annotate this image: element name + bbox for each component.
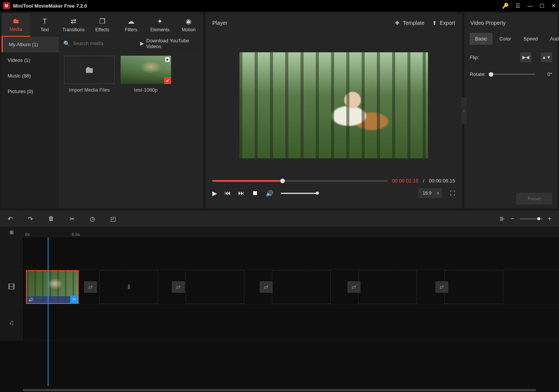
clip-split-icon[interactable]: ✂ — [70, 295, 78, 303]
prev-frame-button[interactable]: ⏮ — [225, 190, 231, 197]
license-key-icon[interactable]: 🔑 — [502, 3, 509, 9]
media-clip-thumbnail[interactable]: ■ ✔ — [121, 56, 171, 84]
sidebar-item-pictures[interactable]: Pictures (0) — [2, 84, 59, 99]
delete-button[interactable]: 🗑 — [48, 215, 54, 222]
media-clip-label: test-1080p — [134, 87, 157, 93]
time-separator: / — [423, 178, 425, 184]
flip-vertical-button[interactable]: ▲▼ — [541, 52, 552, 62]
video-track[interactable]: 🎞 🔊 ✂ ⇄ ⬇ ⇄ ⇄ ⇄ ⇄ — [0, 269, 559, 305]
prop-tab-basic[interactable]: Basic — [470, 33, 493, 45]
add-track-button[interactable]: ⊞ — [0, 229, 23, 235]
folder-icon: 🖿 — [13, 17, 19, 25]
audio-track[interactable]: ♫ — [0, 305, 559, 340]
reset-button[interactable]: Reset — [516, 193, 552, 205]
menu-icon[interactable]: ☰ — [515, 3, 520, 9]
close-icon[interactable]: ✕ — [551, 3, 556, 9]
fullscreen-button[interactable]: ⛶ — [450, 190, 455, 196]
tab-effects-label: Effects — [95, 27, 109, 32]
zoom-slider[interactable] — [520, 218, 543, 219]
search-icon: 🔍 — [63, 40, 70, 47]
download-youtube-label: Download YouTube Videos — [146, 38, 199, 49]
import-media-button[interactable]: 🖿 — [64, 56, 115, 84]
empty-clip-slot[interactable] — [444, 270, 503, 304]
tab-effects[interactable]: ❐Effects — [88, 13, 116, 37]
video-badge-icon: ■ — [165, 57, 170, 62]
fit-timeline-button[interactable]: ⊪ — [500, 215, 505, 223]
prop-tab-speed[interactable]: Speed — [518, 33, 543, 45]
empty-clip-slot[interactable] — [272, 270, 331, 304]
progress-bar[interactable] — [212, 180, 388, 182]
search-input[interactable] — [73, 40, 137, 46]
clip-audio-icon: 🔊 — [28, 297, 34, 302]
panel-collapse-button[interactable]: › — [461, 97, 467, 124]
sidebar-item-videos[interactable]: Videos (1) — [2, 52, 59, 68]
stop-button[interactable]: ⏹ — [252, 190, 258, 197]
tab-text[interactable]: TText — [30, 13, 59, 37]
tab-elements[interactable]: ✦Elements — [145, 13, 174, 37]
play-button[interactable]: ▶ — [212, 190, 217, 197]
tab-filters[interactable]: ☁Filters — [117, 13, 145, 37]
ruler-mark-1: 6.6s — [72, 232, 80, 237]
export-icon: ⬆ — [432, 20, 437, 26]
crop-button[interactable]: ◰ — [110, 215, 116, 223]
timeline-clip[interactable]: 🔊 ✂ — [26, 270, 79, 304]
empty-clip-slot[interactable]: ⬇ — [99, 270, 158, 304]
property-title: Video Property — [464, 13, 557, 33]
volume-icon[interactable]: 🔊 — [266, 190, 273, 197]
media-panel: 🖿Media TText ⇄Transitions ❐Effects ☁Filt… — [2, 13, 203, 208]
aspect-ratio-select[interactable]: 16:9 — [418, 188, 442, 198]
sidebar-item-album[interactable]: My Album (1) — [2, 37, 59, 52]
playhead[interactable] — [48, 237, 48, 386]
audio-track-icon: ♫ — [9, 319, 14, 327]
transition-slot[interactable]: ⇄ — [172, 281, 185, 293]
ruler-mark-0: 0s — [25, 232, 30, 237]
flip-label: Flip: — [470, 55, 491, 60]
zoom-in-button[interactable]: + — [548, 215, 551, 222]
current-time: 00:00:02.16 — [392, 178, 418, 184]
overlay-track[interactable] — [0, 237, 559, 269]
prop-tab-color[interactable]: Color — [494, 33, 517, 45]
minimize-icon[interactable]: ― — [527, 3, 533, 9]
download-youtube-link[interactable]: ▶Download YouTube Videos — [140, 38, 199, 49]
rotate-slider[interactable] — [491, 74, 535, 75]
tab-motion[interactable]: ◉Motion — [174, 13, 203, 37]
timeline-scrollbar[interactable] — [0, 388, 559, 392]
sidebar-item-music[interactable]: Music (88) — [2, 68, 59, 84]
prop-tab-audio[interactable]: Audio — [544, 33, 559, 45]
tab-transitions-label: Transitions — [62, 27, 84, 32]
undo-button[interactable]: ↶ — [8, 215, 13, 223]
flip-horizontal-button[interactable]: ▶◀ — [520, 52, 532, 62]
video-track-icon: 🎞 — [8, 283, 15, 291]
media-category-sidebar: My Album (1) Videos (1) Music (88) Pictu… — [2, 37, 59, 208]
tab-media[interactable]: 🖿Media — [2, 13, 30, 37]
maximize-icon[interactable]: ☐ — [540, 3, 544, 9]
tab-text-label: Text — [40, 27, 49, 32]
redo-button[interactable]: ↷ — [28, 215, 33, 223]
aspect-ratio-value: 16:9 — [423, 190, 431, 196]
transition-slot[interactable]: ⇄ — [260, 281, 273, 293]
effects-icon: ❐ — [99, 17, 105, 26]
tab-media-label: Media — [10, 27, 22, 32]
video-preview[interactable] — [239, 52, 428, 158]
rotate-value: 0° — [541, 71, 552, 77]
progress-fill — [212, 180, 283, 182]
volume-slider[interactable] — [281, 193, 319, 194]
export-button[interactable]: ⬆Export — [432, 20, 455, 26]
tab-transitions[interactable]: ⇄Transitions — [59, 13, 88, 37]
empty-clip-slot[interactable] — [186, 270, 244, 304]
split-button[interactable]: ✂ — [69, 215, 74, 223]
transitions-icon: ⇄ — [71, 17, 76, 26]
speed-button[interactable]: ◷ — [90, 215, 95, 223]
total-time: 00:00:06.15 — [429, 178, 455, 184]
tab-elements-label: Elements — [150, 27, 170, 32]
progress-knob[interactable] — [280, 179, 285, 183]
template-button[interactable]: ❖Template — [395, 20, 425, 26]
next-frame-button[interactable]: ⏭ — [238, 190, 244, 197]
zoom-out-button[interactable]: − — [511, 215, 514, 222]
filters-icon: ☁ — [128, 17, 134, 26]
youtube-icon: ▶ — [140, 40, 144, 46]
timeline: ↶ ↷ 🗑 ✂ ◷ ◰ ⊪ − + ⊞ 0s 6.6s — [0, 211, 559, 392]
transition-slot[interactable]: ⇄ — [84, 281, 97, 293]
player-title: Player — [212, 20, 387, 26]
empty-clip-slot[interactable] — [358, 270, 417, 304]
